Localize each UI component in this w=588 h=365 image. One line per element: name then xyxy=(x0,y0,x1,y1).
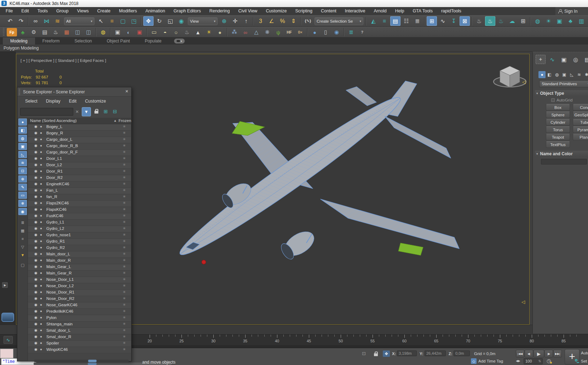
frozen-snowflake-icon[interactable]: ✳ xyxy=(123,271,126,275)
scene-item-gydro-nose1[interactable]: ◉●Gydro_nose1✳ xyxy=(28,232,131,239)
frozen-snowflake-icon[interactable]: ✳ xyxy=(123,322,126,326)
go-to-end-button[interactable]: ▶▶| xyxy=(553,350,562,358)
scene-item-flapskc46[interactable]: ◉●FlapsKC46✳ xyxy=(28,207,131,213)
scrollbar-thumb[interactable] xyxy=(88,360,97,362)
cat-helpers[interactable]: ◺ xyxy=(568,71,575,78)
scene-item-gydro-l1[interactable]: ◉●Gydro_L1✳ xyxy=(28,220,131,226)
cat-cameras[interactable]: ▣ xyxy=(561,71,568,78)
visibility-eye-icon[interactable]: ◉ xyxy=(34,220,38,224)
panel-icon-1[interactable]: ◫ xyxy=(73,28,83,36)
frozen-snowflake-icon[interactable]: ✳ xyxy=(123,315,126,319)
visibility-eye-icon[interactable]: ◉ xyxy=(34,322,38,326)
filter-helpers-icon[interactable]: ◺ xyxy=(18,151,27,158)
spinner-icon[interactable]: ⇅ xyxy=(538,359,541,364)
timeline-frame-65[interactable]: 65 xyxy=(434,339,438,343)
render-dot-icon[interactable]: ● xyxy=(40,284,42,288)
scene-item-enginekc46[interactable]: ◉●EngineKC46✳ xyxy=(28,181,131,188)
camera-icon-red[interactable]: ▣ xyxy=(134,28,145,36)
forestpack-icon[interactable]: Fp xyxy=(7,28,17,36)
scene-item-main-gear-r[interactable]: ◉●Main_Gear_R✳ xyxy=(28,271,131,277)
primitive-category-dropdown[interactable]: Standard Primitives ▾ xyxy=(539,80,588,87)
visibility-eye-icon[interactable]: ◉ xyxy=(34,150,38,154)
visibility-eye-icon[interactable]: ◉ xyxy=(34,252,38,256)
timeline-frame-45[interactable]: 45 xyxy=(307,339,311,343)
hierarchy-view-icon[interactable]: ⊞ xyxy=(104,109,108,114)
button-box[interactable]: Box xyxy=(546,104,570,111)
scene-item-gydro-r1[interactable]: ◉●Gydro_R1✳ xyxy=(28,239,131,245)
timeline-frame-50[interactable]: 50 xyxy=(339,339,343,343)
column-header-row[interactable]: Name (Sorted Ascending) ▲ Frozen xyxy=(28,118,131,124)
button-torus[interactable]: Torus xyxy=(546,126,570,133)
se-menu-display[interactable]: Display xyxy=(42,99,65,104)
frozen-snowflake-icon[interactable]: ✳ xyxy=(123,328,126,332)
use-pivot-point-icon[interactable]: ⊕ xyxy=(219,16,229,26)
light-lister-icon[interactable]: ◍ xyxy=(98,28,108,36)
menu-rendering[interactable]: Rendering xyxy=(205,7,234,15)
frozen-snowflake-icon[interactable]: ✳ xyxy=(123,277,126,281)
scene-item-fan-l[interactable]: ◉●Fan_L✳ xyxy=(28,188,131,194)
visibility-eye-icon[interactable]: ◉ xyxy=(34,137,38,141)
select-and-rotate-icon[interactable]: ↻ xyxy=(154,16,165,26)
scene-item-main-door-l[interactable]: ◉●Main_door_L✳ xyxy=(28,251,131,258)
render-dot-icon[interactable]: ● xyxy=(40,233,42,237)
pyramid-helper-icon[interactable]: △ xyxy=(251,28,261,36)
scene-item-door-r1[interactable]: ◉●Door_R1✳ xyxy=(28,169,131,175)
menu-modifiers[interactable]: Modifiers xyxy=(115,7,141,15)
frozen-column-header[interactable]: Frozen xyxy=(119,118,131,123)
cat-shapes[interactable]: ◧ xyxy=(546,71,553,78)
frozen-snowflake-icon[interactable]: ✳ xyxy=(123,188,126,192)
visibility-eye-icon[interactable]: ◉ xyxy=(34,214,38,218)
panel-collapse-arrow-icon[interactable]: ◁ xyxy=(521,300,525,304)
frozen-snowflake-icon[interactable]: ✳ xyxy=(123,335,126,338)
button-textplus[interactable]: TextPlus xyxy=(546,141,570,148)
frozen-snowflake-icon[interactable]: ✳ xyxy=(123,347,126,351)
key-mode-clock-icon[interactable]: ◷ xyxy=(547,358,551,364)
visibility-eye-icon[interactable]: ◉ xyxy=(34,284,38,288)
visibility-eye-icon[interactable]: ◉ xyxy=(34,328,38,332)
render-dot-icon[interactable]: ● xyxy=(40,245,42,249)
render-dot-icon[interactable]: ● xyxy=(40,226,42,230)
set-key-button[interactable]: Set Key xyxy=(581,359,588,363)
frozen-snowflake-icon[interactable]: ✳ xyxy=(123,175,126,179)
visibility-eye-icon[interactable]: ◉ xyxy=(34,296,38,300)
next-frame-button[interactable]: |▶ xyxy=(544,350,553,358)
tab-freeform[interactable]: Freeform xyxy=(35,37,67,45)
scene-item-main-door-r[interactable]: ◉●Main_door_R✳ xyxy=(28,258,131,264)
render-dot-icon[interactable]: ● xyxy=(40,201,42,205)
visibility-eye-icon[interactable]: ◉ xyxy=(34,290,38,294)
filter-groups-icon[interactable]: ⊡ xyxy=(18,167,27,174)
visibility-eye-icon[interactable]: ◉ xyxy=(34,347,38,351)
render-dot-icon[interactable]: ● xyxy=(40,175,42,179)
render-dot-icon[interactable]: ● xyxy=(40,169,42,173)
filter-geometry-icon[interactable]: ● xyxy=(18,118,27,126)
filter-visibility-icon[interactable]: ◉ xyxy=(18,208,27,215)
rock-icon[interactable]: ❋ xyxy=(262,28,272,36)
button-sphere[interactable]: Sphere xyxy=(546,111,570,118)
object-name-field[interactable] xyxy=(541,159,587,164)
visibility-eye-icon[interactable]: ◉ xyxy=(34,188,38,192)
panel-grip[interactable] xyxy=(19,89,20,95)
timeline-frame-35[interactable]: 35 xyxy=(243,339,247,343)
scene-item-door-l2[interactable]: ◉●Door_L2✳ xyxy=(28,162,131,169)
snaps-toggle-icon[interactable]: 3 xyxy=(255,16,266,26)
menu-views[interactable]: Views xyxy=(73,7,93,15)
scene-item-fuskc46[interactable]: ◉●FusKC46✳ xyxy=(28,213,131,220)
scene-item-spoiler[interactable]: ◉●Spoiler✳ xyxy=(28,341,131,347)
menu-group[interactable]: Group xyxy=(52,7,73,15)
visibility-eye-icon[interactable]: ◉ xyxy=(34,233,38,237)
frozen-snowflake-icon[interactable]: ✳ xyxy=(123,150,126,154)
sphere-select-icon[interactable]: ◉ xyxy=(332,28,342,36)
cat-geometry[interactable]: ● xyxy=(538,71,546,78)
wood-icon[interactable]: 0× xyxy=(295,28,305,36)
grass-icon[interactable]: ψ xyxy=(273,28,283,36)
molecule-icon[interactable]: ∞ xyxy=(240,28,250,36)
visibility-eye-icon[interactable]: ◉ xyxy=(34,239,38,243)
frozen-snowflake-icon[interactable]: ✳ xyxy=(123,214,126,218)
scene-item-main-gear-l[interactable]: ◉●Main_Gear_L✳ xyxy=(28,264,131,271)
button-geosphere[interactable]: GeoSphere xyxy=(573,111,588,118)
render-dot-icon[interactable]: ● xyxy=(40,239,42,243)
scene-explorer-toggle-icon[interactable]: ▤ xyxy=(390,16,400,26)
menu-gta-tools[interactable]: GTA Tools xyxy=(408,7,437,15)
mini-curve-editor-button[interactable]: ∿ xyxy=(4,336,13,344)
filter-combo-icon[interactable]: ▼ xyxy=(18,251,27,259)
